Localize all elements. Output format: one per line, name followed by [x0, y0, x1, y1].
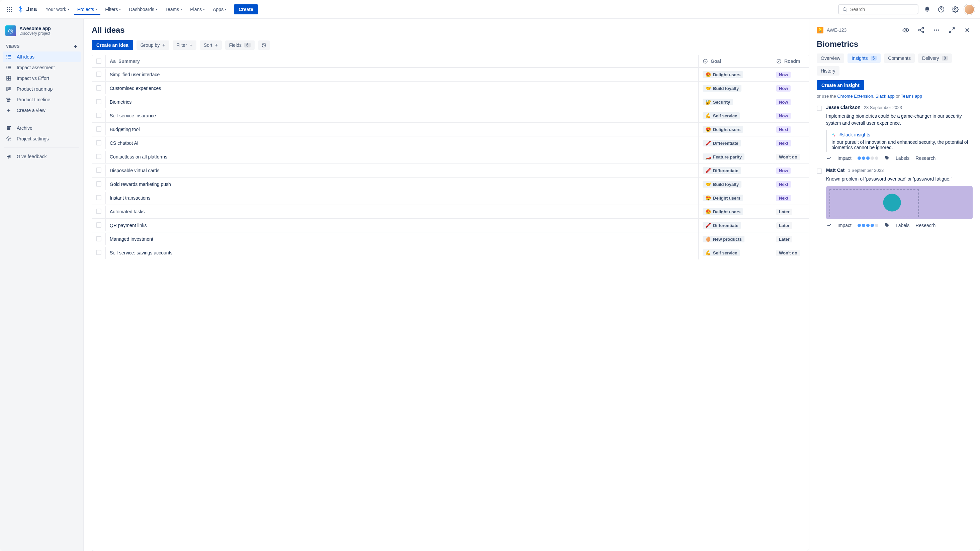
- user-avatar[interactable]: [964, 4, 975, 15]
- table-row[interactable]: Budgeting tool😍Delight usersNext: [92, 122, 809, 136]
- insight-checkbox[interactable]: [817, 168, 822, 174]
- table-row[interactable]: Instant transactions😍Delight usersNext: [92, 191, 809, 205]
- group-by-button[interactable]: Group by+: [137, 40, 169, 50]
- table-row[interactable]: Self service: savings accounts💪Self serv…: [92, 246, 809, 259]
- table-row[interactable]: Self-service insurance💪Self serviceNow: [92, 109, 809, 122]
- close-icon[interactable]: [962, 25, 973, 35]
- sidebar-give-feedback[interactable]: Give feedback: [3, 151, 81, 162]
- sidebar-view-product-roadmap[interactable]: Product roadmap: [3, 84, 81, 94]
- table-row[interactable]: Disposable virtual cards🖍️DifferentiateN…: [92, 164, 809, 177]
- row-checkbox[interactable]: [96, 168, 101, 173]
- table-row[interactable]: QR payment links🖍️DifferentiateLater: [92, 218, 809, 232]
- row-checkbox[interactable]: [96, 236, 101, 241]
- chevron-down-icon: ▾: [68, 7, 69, 11]
- table-row[interactable]: Customised experiences🤝Build loyaltyNow: [92, 81, 809, 95]
- row-checkbox[interactable]: [96, 71, 101, 77]
- project-header[interactable]: ◎ Awesome app Discovery project: [3, 24, 81, 41]
- nav-filters[interactable]: Filters▾: [102, 5, 124, 14]
- sidebar-view-all-ideas[interactable]: All ideas: [3, 51, 81, 62]
- fields-button[interactable]: Fields6: [225, 40, 255, 50]
- table-row[interactable]: Gold rewards marketing push🤝Build loyalt…: [92, 177, 809, 191]
- nav-projects[interactable]: Projects▾: [74, 5, 101, 14]
- settings-icon[interactable]: [950, 4, 961, 15]
- row-checkbox[interactable]: [96, 113, 101, 118]
- share-icon[interactable]: [916, 25, 926, 35]
- detail-title[interactable]: Biometrics: [817, 40, 973, 49]
- row-checkbox[interactable]: [96, 195, 101, 200]
- row-checkbox[interactable]: [96, 140, 101, 145]
- row-checkbox[interactable]: [96, 250, 101, 255]
- cell-summary: Managed investment: [105, 233, 698, 245]
- svg-point-34: [919, 29, 920, 31]
- row-checkbox[interactable]: [96, 126, 101, 132]
- svg-point-32: [905, 29, 907, 31]
- chrome-extension-link[interactable]: Chrome Extension: [837, 94, 873, 98]
- sidebar-archive[interactable]: Archive: [3, 123, 81, 133]
- slack-channel-link[interactable]: #slack-insights: [832, 132, 973, 137]
- row-checkbox[interactable]: [96, 222, 101, 228]
- svg-rect-19: [7, 79, 8, 80]
- autosave-icon[interactable]: [258, 40, 270, 50]
- table-row[interactable]: Biometrics🔐SecurityNow: [92, 95, 809, 109]
- create-idea-button[interactable]: Create an idea: [92, 40, 133, 50]
- teams-app-link[interactable]: Teams app: [901, 94, 922, 98]
- svg-point-4: [955, 8, 956, 10]
- sidebar-view-impact-assesment[interactable]: Impact assesment: [3, 62, 81, 73]
- jira-logo[interactable]: Jira: [18, 6, 37, 13]
- table-row[interactable]: CS chatbot AI🖍️DifferentiateNext: [92, 136, 809, 150]
- cell-goal: 🥚New products: [698, 232, 772, 246]
- create-insight-button[interactable]: Create an insight: [817, 80, 864, 90]
- sidebar-view-product-timeline[interactable]: Product timeline: [3, 94, 81, 105]
- plus-icon: [6, 108, 13, 113]
- nav-teams[interactable]: Teams▾: [162, 5, 185, 14]
- app-switcher-icon[interactable]: [5, 5, 13, 13]
- watch-icon[interactable]: [900, 25, 911, 35]
- expand-icon[interactable]: [947, 25, 957, 35]
- tab-history[interactable]: History: [817, 66, 840, 76]
- labels-label: Labels: [896, 156, 909, 161]
- cell-goal: 😍Delight users: [698, 123, 772, 136]
- search-input[interactable]: [850, 7, 915, 12]
- table-row[interactable]: Automated tasks😍Delight usersLater: [92, 205, 809, 218]
- tab-delivery[interactable]: Delivery8: [918, 54, 952, 63]
- sidebar-view-create-a-view[interactable]: Create a view: [3, 105, 81, 116]
- svg-rect-26: [7, 101, 10, 101]
- sort-button[interactable]: Sort+: [200, 40, 222, 50]
- row-checkbox[interactable]: [96, 99, 101, 104]
- filter-button[interactable]: Filter+: [173, 40, 196, 50]
- nav-dashboards[interactable]: Dashboards▾: [126, 5, 161, 14]
- nav-your-work[interactable]: Your work▾: [42, 5, 73, 14]
- row-checkbox[interactable]: [96, 85, 101, 91]
- column-goal[interactable]: Goal: [698, 55, 772, 67]
- nav-plans[interactable]: Plans▾: [187, 5, 208, 14]
- search-box[interactable]: [838, 4, 918, 14]
- project-name: Awesome app: [19, 26, 51, 31]
- table-row[interactable]: Contactless on all platforms🏎️Feature pa…: [92, 150, 809, 164]
- table-row[interactable]: Simplified user interface😍Delight usersN…: [92, 68, 809, 81]
- nav-apps[interactable]: Apps▾: [210, 5, 230, 14]
- column-summary[interactable]: Aa Summary: [105, 55, 698, 67]
- notifications-icon[interactable]: [922, 4, 932, 15]
- column-roadmap[interactable]: Roadm: [772, 55, 809, 67]
- create-button[interactable]: Create: [234, 4, 258, 14]
- tab-overview[interactable]: Overview: [817, 54, 844, 63]
- slack-icon: [832, 132, 837, 137]
- insight-image[interactable]: [826, 186, 973, 219]
- more-icon[interactable]: [931, 25, 942, 35]
- select-all-checkbox[interactable]: [96, 59, 101, 64]
- row-checkbox[interactable]: [96, 209, 101, 214]
- cell-roadmap: Won't do: [772, 151, 809, 164]
- help-icon[interactable]: [936, 4, 947, 15]
- tag-icon: [884, 223, 890, 228]
- table-row[interactable]: Managed investment🥚New productsLater: [92, 232, 809, 246]
- tab-insights[interactable]: Insights5: [848, 54, 881, 63]
- idea-key[interactable]: AWE-123: [827, 27, 846, 33]
- slack-app-link[interactable]: Slack app: [876, 94, 895, 98]
- sidebar-view-impact-vs-effort[interactable]: Impact vs Effort: [3, 73, 81, 84]
- tab-comments[interactable]: Comments: [884, 54, 915, 63]
- insight-checkbox[interactable]: [817, 106, 822, 111]
- row-checkbox[interactable]: [96, 154, 101, 159]
- add-view-icon[interactable]: +: [74, 43, 77, 49]
- sidebar-project-settings[interactable]: Project settings: [3, 133, 81, 144]
- row-checkbox[interactable]: [96, 181, 101, 187]
